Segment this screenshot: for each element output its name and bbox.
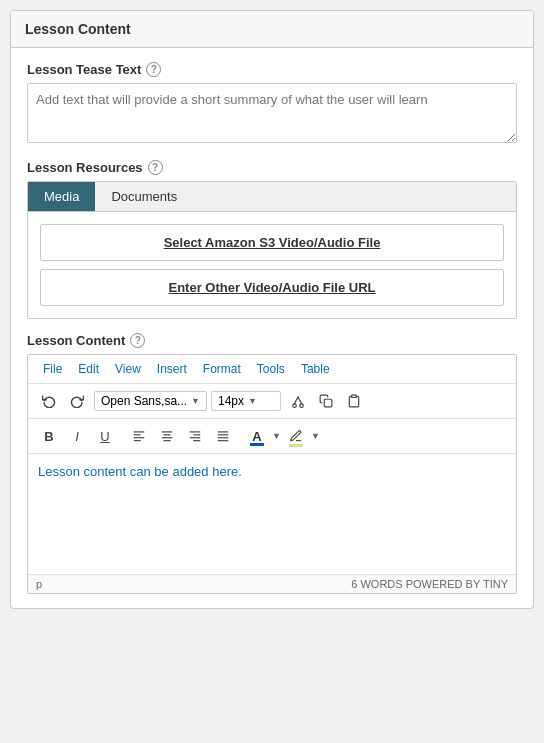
menu-tools[interactable]: Tools xyxy=(250,359,292,379)
svg-rect-14 xyxy=(190,431,201,432)
tab-media[interactable]: Media xyxy=(28,182,95,211)
lesson-content-section: Lesson Content ? File Edit View Insert F… xyxy=(27,333,517,594)
paste-button[interactable] xyxy=(341,388,367,414)
paste-icon xyxy=(347,394,361,408)
cut-button[interactable] xyxy=(285,388,311,414)
content-help-icon[interactable]: ? xyxy=(130,333,145,348)
svg-rect-7 xyxy=(134,434,141,435)
redo-icon xyxy=(70,394,84,408)
highlight-button[interactable] xyxy=(283,423,309,449)
undo-redo-group xyxy=(36,388,90,414)
svg-rect-4 xyxy=(324,399,332,407)
svg-rect-12 xyxy=(162,437,173,438)
resources-box: Media Documents Select Amazon S3 Video/A… xyxy=(27,181,517,319)
redo-button[interactable] xyxy=(64,388,90,414)
menu-edit[interactable]: Edit xyxy=(71,359,106,379)
bold-button[interactable]: B xyxy=(36,423,62,449)
font-size-value: 14px xyxy=(218,394,244,408)
menu-table[interactable]: Table xyxy=(294,359,337,379)
font-color-button[interactable]: A xyxy=(244,423,270,449)
resources-section: Lesson Resources ? Media Documents Selec… xyxy=(27,160,517,319)
resources-label: Lesson Resources xyxy=(27,160,143,175)
align-left-button[interactable] xyxy=(126,423,152,449)
copy-button[interactable] xyxy=(313,388,339,414)
italic-button[interactable]: I xyxy=(64,423,90,449)
align-right-button[interactable] xyxy=(182,423,208,449)
font-color-group: A ▼ xyxy=(244,423,281,449)
panel-title: Lesson Content xyxy=(11,11,533,48)
font-size-chevron: ▼ xyxy=(248,396,257,406)
svg-rect-8 xyxy=(134,437,145,438)
status-element: p xyxy=(36,578,42,590)
svg-line-3 xyxy=(298,397,302,404)
highlight-swatch xyxy=(289,444,303,447)
editor-content-area[interactable]: Lesson content can be added here. xyxy=(28,454,516,574)
undo-icon xyxy=(42,394,56,408)
align-justify-button[interactable] xyxy=(210,423,236,449)
underline-button[interactable]: U xyxy=(92,423,118,449)
menu-file[interactable]: File xyxy=(36,359,69,379)
status-word-count: 6 WORDS POWERED BY TINY xyxy=(351,578,508,590)
tease-help-icon[interactable]: ? xyxy=(146,62,161,77)
enter-url-button[interactable]: Enter Other Video/Audio File URL xyxy=(40,269,504,306)
align-center-icon xyxy=(160,429,174,443)
tab-documents[interactable]: Documents xyxy=(95,182,193,211)
select-s3-button[interactable]: Select Amazon S3 Video/Audio File xyxy=(40,224,504,261)
font-family-value: Open Sans,sa... xyxy=(101,394,187,408)
svg-rect-18 xyxy=(218,431,229,432)
font-family-selector[interactable]: Open Sans,sa... ▼ xyxy=(94,391,207,411)
font-size-selector[interactable]: 14px ▼ xyxy=(211,391,281,411)
align-left-icon xyxy=(132,429,146,443)
cut-icon xyxy=(291,394,305,408)
resources-tabs: Media Documents xyxy=(28,182,516,212)
svg-rect-11 xyxy=(164,434,171,435)
svg-rect-5 xyxy=(352,395,357,397)
align-justify-icon xyxy=(216,429,230,443)
svg-rect-19 xyxy=(218,434,229,435)
editor-statusbar: p 6 WORDS POWERED BY TINY xyxy=(28,574,516,593)
svg-rect-17 xyxy=(193,440,200,441)
editor-toolbar-2: B I U xyxy=(28,419,516,454)
svg-rect-13 xyxy=(164,440,171,441)
align-center-button[interactable] xyxy=(154,423,180,449)
tease-label: Lesson Tease Text ? xyxy=(27,62,517,77)
font-color-dropdown[interactable]: ▼ xyxy=(272,431,281,441)
svg-rect-20 xyxy=(218,437,229,438)
align-right-icon xyxy=(188,429,202,443)
svg-rect-16 xyxy=(190,437,201,438)
highlight-icon xyxy=(289,429,303,443)
svg-rect-6 xyxy=(134,431,145,432)
highlight-color-group: ▼ xyxy=(283,423,320,449)
lesson-content-panel: Lesson Content Lesson Tease Text ? Lesso… xyxy=(10,10,534,609)
highlight-dropdown[interactable]: ▼ xyxy=(311,431,320,441)
font-family-chevron: ▼ xyxy=(191,396,200,406)
menu-format[interactable]: Format xyxy=(196,359,248,379)
content-label: Lesson Content xyxy=(27,333,125,348)
resources-content: Select Amazon S3 Video/Audio File Enter … xyxy=(28,212,516,318)
svg-rect-10 xyxy=(162,431,173,432)
svg-rect-9 xyxy=(134,440,141,441)
editor-wrapper: File Edit View Insert Format Tools Table xyxy=(27,354,517,594)
svg-line-2 xyxy=(294,397,298,404)
copy-icon xyxy=(319,394,333,408)
resources-help-icon[interactable]: ? xyxy=(148,160,163,175)
tease-textarea[interactable] xyxy=(27,83,517,143)
menu-insert[interactable]: Insert xyxy=(150,359,194,379)
menu-view[interactable]: View xyxy=(108,359,148,379)
undo-button[interactable] xyxy=(36,388,62,414)
editor-menubar: File Edit View Insert Format Tools Table xyxy=(28,355,516,384)
cut-copy-paste-group xyxy=(285,388,367,414)
svg-rect-21 xyxy=(218,440,229,441)
font-color-swatch xyxy=(250,443,264,446)
editor-placeholder-text: Lesson content can be added here. xyxy=(38,464,242,479)
svg-rect-15 xyxy=(193,434,200,435)
editor-toolbar-1: Open Sans,sa... ▼ 14px ▼ xyxy=(28,384,516,419)
